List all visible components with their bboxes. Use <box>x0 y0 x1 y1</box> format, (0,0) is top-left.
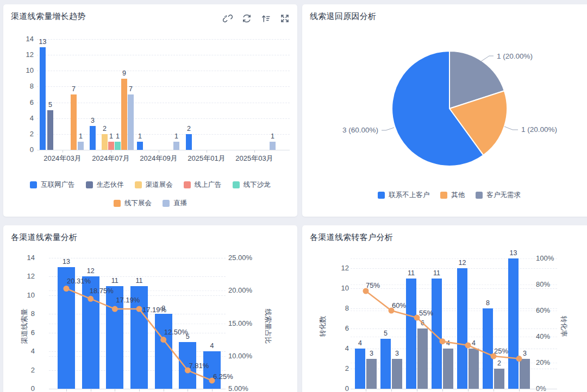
gridline <box>37 39 290 40</box>
legend-item[interactable]: 直播 <box>163 199 187 208</box>
pie-chart-canvas: 1 (20.00%)1 (20.00%)3 (60.00%)联系不上客户其他客户… <box>302 4 587 217</box>
生态伙伴-legend-chip <box>86 181 93 188</box>
legend-item[interactable]: 线上广告 <box>184 180 222 189</box>
bar-value-label: 5 <box>42 101 59 109</box>
x-axis-tick <box>188 389 188 391</box>
y-axis-tick-label: 4 <box>18 114 34 123</box>
bar-lead-count <box>58 267 75 389</box>
bar-互联网广告 <box>40 47 46 150</box>
y-right-tick-label: 10.00% <box>228 352 252 361</box>
bar-value-label: 1 <box>168 132 185 141</box>
gridline <box>351 308 557 309</box>
legend-item-label: 生态伙伴 <box>97 180 124 189</box>
x-axis-tick <box>494 389 494 391</box>
bar-lead-count <box>179 342 196 389</box>
x-axis-tick <box>91 389 91 391</box>
x-axis-tick <box>139 389 140 391</box>
其他-legend-chip <box>440 192 447 199</box>
y-left-axis-name: 渠道线索量 <box>20 305 29 348</box>
gridline <box>37 71 290 71</box>
y-left-tick-label: 2 <box>334 364 349 373</box>
线上广告-legend-chip <box>184 181 191 188</box>
bar-value-label: 3 <box>515 350 534 358</box>
y-right-tick-label: 25.00% <box>228 254 252 262</box>
y-right-axis-name: 转化率 <box>559 305 569 348</box>
bar-lead-count <box>380 339 391 389</box>
bar-value-label: 4 <box>201 342 223 350</box>
bar-value-label: 4 <box>439 339 458 347</box>
x-axis-tick <box>468 389 469 391</box>
bar-converted-count <box>443 349 453 389</box>
bar-value-label: 4 <box>351 339 370 347</box>
bar-value-label: 7 <box>122 85 139 93</box>
bar-value-label: 11 <box>104 277 126 285</box>
x-axis-tick <box>63 150 63 153</box>
线下沙龙-legend-chip <box>233 181 240 188</box>
y-left-tick-label: 2 <box>20 366 35 375</box>
legend-item[interactable]: 联系不上客户 <box>378 191 429 200</box>
legend-item[interactable]: 互联网广告 <box>30 180 75 189</box>
bar-converted-count <box>469 349 479 389</box>
y-right-axis-name: 线索量占比 <box>263 305 273 348</box>
bar-lead-count <box>155 314 172 389</box>
gridline <box>351 284 557 285</box>
bar-生态伙伴 <box>47 110 53 150</box>
x-axis-tick <box>417 389 417 391</box>
y-axis-tick-label: 12 <box>18 50 34 59</box>
bar-value-label: 4 <box>464 339 483 347</box>
bar-lead-count <box>432 279 442 389</box>
x-axis-tick-label: 2025年01月 <box>182 154 231 163</box>
bar-value-label: 12 <box>80 267 102 275</box>
x-axis-tick <box>366 389 366 391</box>
bar-value-label: 8 <box>153 305 174 313</box>
legend-item[interactable]: 客户无需求 <box>476 191 521 200</box>
bar-线下沙龙 <box>115 142 121 150</box>
bar-value-label: 12 <box>453 259 472 267</box>
bar-value-label: 2 <box>96 125 113 133</box>
bar-直播 <box>128 94 134 150</box>
legend-item[interactable]: 其他 <box>440 191 465 200</box>
bar-value-label: 11 <box>402 269 421 277</box>
legend-item[interactable]: 线下展会 <box>114 199 152 208</box>
panel-lead-return-reason: 线索退回原因分析 1 (20.00%)1 (20.00%)3 (60.00%)联… <box>302 4 587 217</box>
bar-value-label: 2 <box>180 125 197 133</box>
互联网广告-legend-chip <box>30 181 37 188</box>
x-axis-tick <box>254 150 255 153</box>
bar-converted-count <box>494 369 504 389</box>
x-axis-tick <box>164 389 164 391</box>
bar-lead-count <box>106 286 123 389</box>
y-left-tick-label: 8 <box>334 304 349 313</box>
bar-互联网广告 <box>186 134 192 150</box>
y-axis-tick-label: 14 <box>18 35 34 43</box>
bar-value-label: 13 <box>34 38 51 46</box>
pie-slice-label: 1 (20.00%) <box>497 52 533 60</box>
y-left-tick-label: 12 <box>334 264 349 273</box>
y-axis-tick-label: 6 <box>18 98 34 107</box>
bar-converted-count <box>520 359 530 389</box>
legend-item-label: 客户无需求 <box>486 191 521 200</box>
legend-item[interactable]: 线下沙龙 <box>233 180 271 189</box>
bar-lead-count <box>508 258 519 389</box>
bar-value-label: 9 <box>116 69 133 78</box>
x-axis-tick <box>111 150 111 153</box>
pie-slice-其他 <box>449 91 507 155</box>
x-axis-tick <box>391 389 392 391</box>
legend-item[interactable]: 渠道展会 <box>135 180 173 189</box>
y-right-tick-label: 80% <box>536 280 550 289</box>
bar-lead-count <box>457 268 467 389</box>
pie-slice-联系不上客户 <box>392 51 483 166</box>
legend-item[interactable]: 生态伙伴 <box>86 180 124 189</box>
x-axis-line <box>49 389 226 389</box>
y-right-tick-label: 60% <box>536 306 550 315</box>
x-axis-tick-label: 2025年03月 <box>230 154 279 163</box>
gridline <box>351 268 557 269</box>
bar-lead-count <box>203 351 221 389</box>
bar-line-chart-canvas: 0246810120%20%40%60%80%100%转化数转化率4353116… <box>302 225 587 392</box>
y-axis-tick-label: 10 <box>18 66 34 75</box>
pie-label-line <box>481 56 494 61</box>
y-axis-tick-label: 0 <box>18 146 34 154</box>
bar-value-label: 3 <box>362 350 381 358</box>
y-axis-tick-label: 2 <box>18 130 34 138</box>
bar-value-label: 11 <box>427 269 446 277</box>
bar-直播 <box>78 142 84 150</box>
